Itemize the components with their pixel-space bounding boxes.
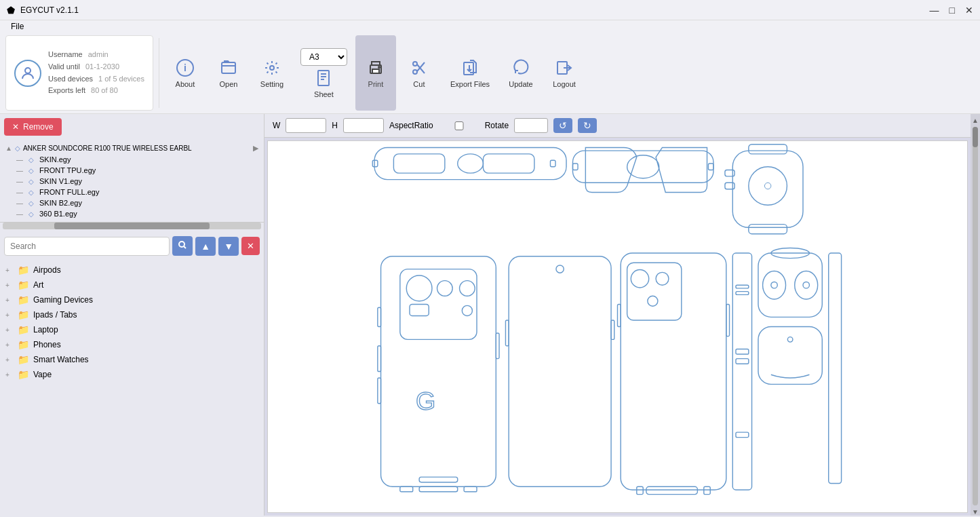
folder-item-art[interactable]: +📁Art [3,277,261,292]
sheet-select[interactable]: A3 A4 Letter [300,48,347,66]
svg-rect-3 [222,62,235,73]
svg-text:i: i [184,62,187,73]
file-tree[interactable]: ▲ ◇ ANKER SOUNDCORE R100 TRUE WIRELESS E… [0,140,264,223]
design-canvas: G [268,141,967,512]
canvas-content[interactable]: G [267,140,968,513]
folder-items: +📁Airpods+📁Art+📁Gaming Devices+📁Ipads / … [3,263,261,382]
svg-point-68 [787,337,793,343]
cut-label: Cut [413,80,425,88]
nav-up-button[interactable]: ▲ [195,237,216,256]
scrollbar-thumb-v[interactable] [973,127,978,147]
svg-point-50 [631,270,648,288]
file-item[interactable]: —◇FRONT TPU.egy [3,165,261,176]
svg-rect-58 [736,349,749,355]
file-tree-root[interactable]: ▲ ◇ ANKER SOUNDCORE R100 TRUE WIRELESS E… [3,142,261,154]
svg-point-8 [378,66,380,68]
svg-rect-7 [372,69,379,73]
folder-item-vape[interactable]: +📁Vape [3,367,261,382]
menu-file[interactable]: File [7,20,28,33]
user-panel: Username admin Valid until 01-1-2030 Use… [5,35,153,111]
search-button[interactable] [172,236,193,256]
svg-point-0 [25,68,31,73]
app-title: EGYCUT v2.1.1 [20,5,79,15]
file-tree-root-label: ANKER SOUNDCORE R100 TRUE WIRELESS EARBL [23,145,192,152]
folder-item-smartwatches[interactable]: +📁Smart Watches [3,352,261,367]
maximize-button[interactable]: □ [949,5,955,16]
open-button[interactable]: Open [208,35,249,111]
svg-rect-29 [572,164,578,170]
logout-button[interactable]: Logout [544,35,585,111]
height-input[interactable]: 0.0 [343,118,384,133]
folder-item-phones[interactable]: +📁Phones [3,337,261,352]
svg-point-34 [437,281,453,296]
svg-point-35 [460,281,475,296]
svg-rect-22 [749,225,787,234]
app-icon: ⬟ [7,5,15,16]
file-item[interactable]: —◇FRONT FULL.egy [3,187,261,197]
folder-icon: 📁 [18,339,29,350]
folder-item-gaming[interactable]: +📁Gaming Devices [3,292,261,307]
open-label: Open [219,80,237,88]
svg-point-52 [648,296,658,306]
scrollbar-down[interactable]: ▼ [972,508,979,516]
svg-rect-75 [704,486,710,494]
sheet-button[interactable]: A3 A4 Letter Sheet [295,35,353,111]
folder-item-laptop[interactable]: +📁Laptop [3,322,261,337]
horizontal-scrollbar[interactable] [3,223,261,229]
scrollbar-track [973,127,978,505]
export-files-label: Export Files [450,80,490,88]
svg-point-25 [749,167,787,206]
file-item[interactable]: —◇SKIN.egy [3,154,261,165]
rotate-input[interactable]: 90 [514,118,548,133]
svg-rect-16 [393,154,444,173]
rotate-ccw-button[interactable]: ↺ [553,118,572,133]
search-input[interactable] [4,237,170,256]
svg-point-10 [413,62,417,66]
close-button[interactable]: ✕ [965,5,973,16]
file-item[interactable]: —◇SKIN B2.egy [3,197,261,208]
search-clear-button[interactable]: ✕ [241,237,260,255]
exports-value: 80 of 80 [91,85,118,97]
devices-label: Used devices [48,73,93,85]
svg-point-9 [413,70,417,74]
svg-rect-56 [736,285,749,288]
folder-item-ipads[interactable]: +📁Ipads / Tabs [3,307,261,322]
svg-rect-54 [726,304,730,336]
svg-rect-46 [505,320,509,346]
export-files-button[interactable]: Export Files [442,35,498,111]
cut-button[interactable]: Cut [399,35,439,111]
folder-item-airpods[interactable]: +📁Airpods [3,263,261,277]
svg-rect-69 [829,253,842,484]
update-label: Update [509,80,532,88]
folder-icon: 📁 [18,265,29,275]
main-content: ✕ Remove ▲ ◇ ANKER SOUNDCORE R100 TRUE W… [0,114,980,516]
file-item[interactable]: —◇SKIN V1.egy [3,176,261,187]
minimize-button[interactable]: — [930,5,939,16]
nav-down-button[interactable]: ▼ [218,237,239,256]
file-item[interactable]: —◇360 B1.egy [3,208,261,219]
scrollbar-up[interactable]: ▲ [972,117,979,124]
rotate-cw-button[interactable]: ↻ [578,118,597,133]
vertical-scrollbar[interactable]: ▲ ▼ [971,114,980,516]
svg-point-33 [406,275,432,301]
aspect-ratio-checkbox[interactable] [439,121,479,130]
svg-rect-73 [646,486,697,494]
update-button[interactable]: Update [501,35,541,111]
svg-rect-43 [419,477,458,482]
svg-rect-39 [378,307,381,326]
svg-rect-21 [749,145,787,154]
expand-icon: ▲ [5,145,12,152]
folder-icon: 📁 [18,324,29,335]
remove-button[interactable]: ✕ Remove [4,118,62,136]
svg-rect-74 [637,486,643,494]
print-button[interactable]: Print [355,35,396,111]
setting-button[interactable]: Setting [252,35,292,111]
svg-rect-18 [372,160,378,166]
svg-rect-71 [400,486,413,492]
about-button[interactable]: i About [165,35,205,111]
devices-value: 1 of 5 devices [98,73,144,85]
avatar [14,60,41,87]
width-input[interactable]: 0.0 [286,118,326,133]
height-label: H [332,121,338,130]
title-bar: ⬟ EGYCUT v2.1.1 — □ ✕ [0,0,980,20]
